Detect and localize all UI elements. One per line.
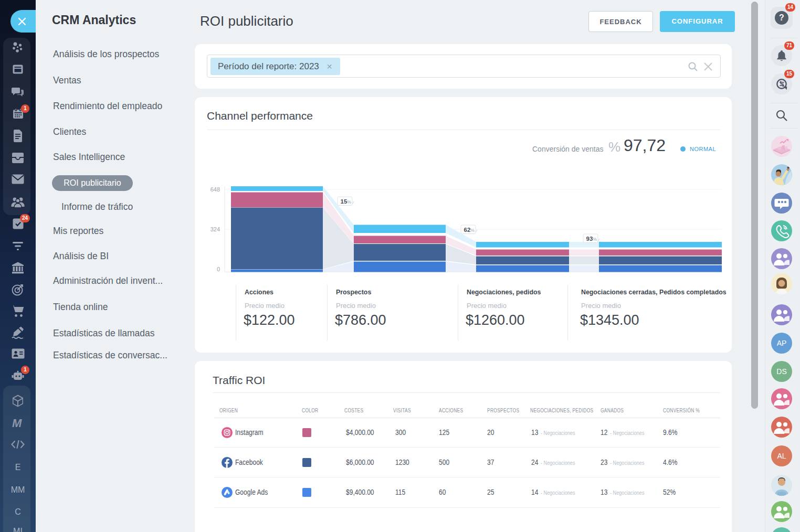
svg-text:93%: 93% xyxy=(586,236,597,242)
svg-text:648: 648 xyxy=(210,186,220,193)
svg-text:15%: 15% xyxy=(341,198,352,205)
svg-text:62%: 62% xyxy=(464,227,475,233)
svg-text:M: M xyxy=(12,417,22,430)
svg-text:324: 324 xyxy=(210,226,220,232)
svg-text:0: 0 xyxy=(217,266,220,272)
